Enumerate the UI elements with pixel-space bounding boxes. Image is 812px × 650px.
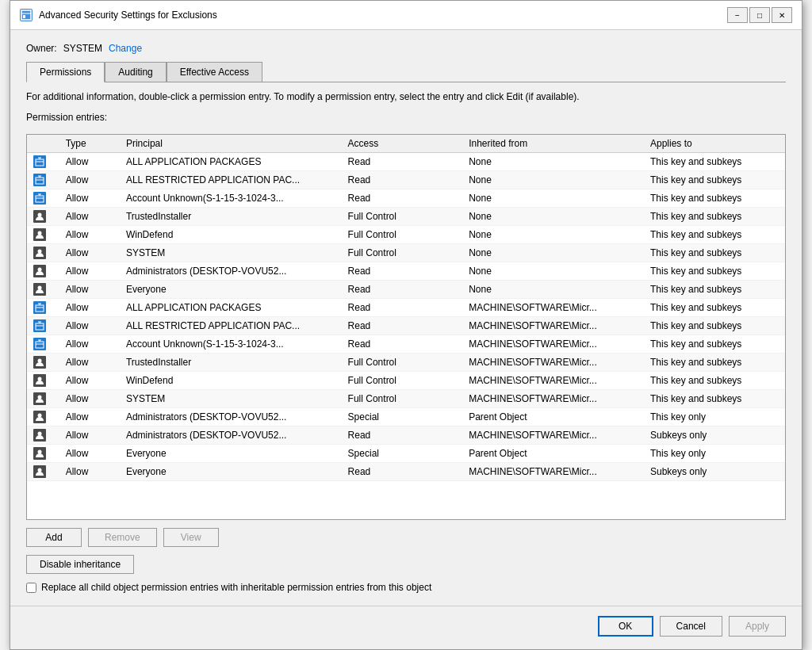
- owner-row: Owner: SYSTEM Change: [26, 43, 786, 54]
- row-icon-cell: [27, 189, 59, 207]
- owner-label: Owner:: [26, 43, 57, 54]
- row-inherited-from: MACHINE\SOFTWARE\Micr...: [462, 389, 644, 407]
- table-row[interactable]: AllowALL RESTRICTED APPLICATION PAC...Re…: [27, 170, 785, 189]
- svg-point-33: [38, 377, 42, 380]
- row-icon-cell: [27, 298, 59, 316]
- row-icon-cell: [27, 335, 59, 353]
- tab-auditing[interactable]: Auditing: [105, 62, 166, 82]
- row-inherited-from: MACHINE\SOFTWARE\Micr...: [462, 335, 644, 353]
- tab-permissions[interactable]: Permissions: [26, 62, 105, 82]
- row-icon-cell: [27, 462, 59, 480]
- row-icon-cell: [27, 152, 59, 170]
- table-header-row: Type Principal Access Inherited from App…: [27, 135, 785, 153]
- table-row[interactable]: AllowSYSTEMFull ControlMACHINE\SOFTWARE\…: [27, 389, 785, 407]
- disable-inheritance-button[interactable]: Disable inheritance: [26, 555, 134, 574]
- row-icon-cell: [27, 407, 59, 426]
- table-row[interactable]: AllowWinDefendFull ControlNoneThis key a…: [27, 225, 785, 243]
- row-access: Full Control: [342, 243, 463, 262]
- maximize-button[interactable]: □: [749, 7, 770, 23]
- row-icon-cell: [27, 280, 59, 298]
- svg-point-15: [38, 212, 42, 216]
- apply-button[interactable]: Apply: [729, 616, 786, 637]
- row-type: Allow: [59, 262, 120, 280]
- replace-checkbox[interactable]: [26, 583, 36, 593]
- user-icon: [33, 392, 46, 405]
- row-applies-to: This key and subkeys: [644, 243, 785, 262]
- row-inherited-from: MACHINE\SOFTWARE\Micr...: [462, 316, 644, 335]
- dialog-body: Owner: SYSTEM Change Permissions Auditin…: [10, 30, 802, 606]
- row-applies-to: This key and subkeys: [644, 189, 785, 207]
- svg-rect-3: [36, 159, 44, 166]
- table-row[interactable]: AllowAdministrators (DESKTOP-VOVU52...Sp…: [27, 407, 785, 426]
- table-row[interactable]: AllowEveryoneReadNoneThis key and subkey…: [27, 280, 785, 298]
- dialog-title: Advanced Security Settings for Exclusion…: [39, 10, 721, 21]
- row-applies-to: Subkeys only: [644, 462, 785, 480]
- row-applies-to: This key and subkeys: [644, 353, 785, 371]
- user-icon: [33, 465, 46, 478]
- table-row[interactable]: AllowALL APPLICATION PACKAGESReadMACHINE…: [27, 298, 785, 316]
- table-row[interactable]: AllowTrustedInstallerFull ControlNoneThi…: [27, 207, 785, 225]
- package-icon: [33, 338, 46, 350]
- row-inherited-from: Parent Object: [462, 407, 644, 426]
- svg-rect-11: [36, 196, 44, 202]
- tab-effective-access[interactable]: Effective Access: [167, 62, 262, 82]
- svg-point-16: [38, 231, 42, 235]
- package-icon: [33, 319, 46, 332]
- row-access: Read: [342, 462, 463, 480]
- table-row[interactable]: AllowEveryoneSpecialParent ObjectThis ke…: [27, 444, 785, 462]
- row-icon-cell: [27, 170, 59, 189]
- svg-point-18: [38, 267, 42, 271]
- row-access: Read: [342, 189, 463, 207]
- row-access: Read: [342, 152, 463, 170]
- row-icon-cell: [27, 444, 59, 462]
- table-row[interactable]: AllowWinDefendFull ControlMACHINE\SOFTWA…: [27, 371, 785, 389]
- row-principal: Administrators (DESKTOP-VOVU52...: [120, 262, 342, 280]
- row-icon-cell: [27, 371, 59, 389]
- view-button[interactable]: View: [163, 528, 219, 547]
- row-inherited-from: None: [462, 280, 644, 298]
- row-icon-cell: [27, 207, 59, 225]
- col-header-type: Type: [59, 135, 120, 153]
- row-applies-to: This key and subkeys: [644, 207, 785, 225]
- row-type: Allow: [59, 152, 120, 170]
- table-row[interactable]: AllowSYSTEMFull ControlNoneThis key and …: [27, 243, 785, 262]
- owner-value: SYSTEM: [63, 43, 102, 54]
- row-access: Full Control: [342, 207, 463, 225]
- row-principal: Administrators (DESKTOP-VOVU52...: [120, 426, 342, 444]
- action-buttons-row: Add Remove View: [26, 528, 786, 547]
- col-header-access: Access: [342, 135, 463, 153]
- table-row[interactable]: AllowAdministrators (DESKTOP-VOVU52...Re…: [27, 426, 785, 444]
- row-type: Allow: [59, 225, 120, 243]
- table-row[interactable]: AllowEveryoneReadMACHINE\SOFTWARE\Micr..…: [27, 462, 785, 480]
- cancel-button[interactable]: Cancel: [660, 616, 722, 637]
- row-applies-to: This key and subkeys: [644, 389, 785, 407]
- row-type: Allow: [59, 243, 120, 262]
- section-label: Permission entries:: [26, 112, 786, 123]
- table-row[interactable]: AllowALL APPLICATION PACKAGESReadNoneThi…: [27, 152, 785, 170]
- table-row[interactable]: AllowALL RESTRICTED APPLICATION PAC...Re…: [27, 316, 785, 335]
- table-row[interactable]: AllowAccount Unknown(S-1-15-3-1024-3...R…: [27, 189, 785, 207]
- change-link[interactable]: Change: [109, 43, 142, 54]
- remove-button[interactable]: Remove: [88, 528, 157, 547]
- replace-checkbox-label: Replace all child object permission entr…: [41, 582, 431, 593]
- row-type: Allow: [59, 371, 120, 389]
- row-type: Allow: [59, 280, 120, 298]
- row-inherited-from: None: [462, 262, 644, 280]
- table-row[interactable]: AllowTrustedInstallerFull ControlMACHINE…: [27, 353, 785, 371]
- row-access: Read: [342, 262, 463, 280]
- row-principal: Administrators (DESKTOP-VOVU52...: [120, 407, 342, 426]
- add-button[interactable]: Add: [26, 528, 82, 547]
- minimize-button[interactable]: −: [727, 7, 748, 23]
- row-inherited-from: None: [462, 243, 644, 262]
- row-icon-cell: [27, 426, 59, 444]
- row-principal: SYSTEM: [120, 243, 342, 262]
- ok-button[interactable]: OK: [598, 616, 653, 637]
- row-access: Read: [342, 335, 463, 353]
- replace-checkbox-row: Replace all child object permission entr…: [26, 582, 786, 593]
- row-type: Allow: [59, 353, 120, 371]
- row-inherited-from: None: [462, 207, 644, 225]
- table-row[interactable]: AllowAdministrators (DESKTOP-VOVU52...Re…: [27, 262, 785, 280]
- row-applies-to: This key and subkeys: [644, 262, 785, 280]
- table-row[interactable]: AllowAccount Unknown(S-1-15-3-1024-3...R…: [27, 335, 785, 353]
- close-button[interactable]: ✕: [772, 7, 792, 23]
